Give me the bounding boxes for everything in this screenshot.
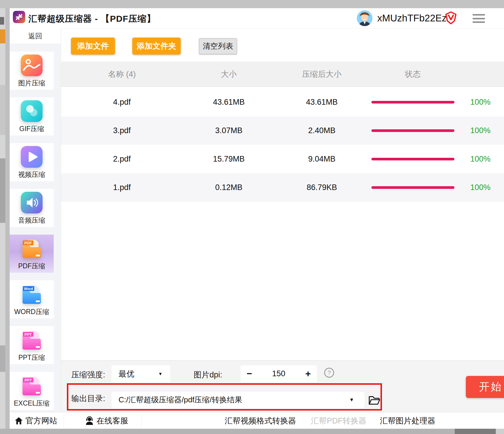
sidebar-item-label: 视频压缩: [18, 170, 45, 179]
column-header-name: 名称 (4): [61, 69, 183, 79]
progress-percent: 100%: [457, 98, 504, 107]
file-size: 43.61MB: [183, 98, 275, 107]
window-title: 汇帮超级压缩器 - 【PDF压缩】: [28, 13, 156, 25]
progress-bar: [371, 186, 454, 189]
file-size: 3.07MB: [183, 126, 275, 135]
add-folder-button[interactable]: 添加文件夹: [132, 38, 181, 55]
gif-compression-icon: [20, 99, 44, 123]
table-row[interactable]: 1.pdf 0.12MB 86.79KB 100%: [61, 173, 504, 202]
background-fragment: [0, 345, 5, 372]
word-folder-icon: Word: [20, 282, 44, 306]
compression-strength-select[interactable]: 最优 ▼: [111, 365, 170, 382]
sidebar-item-label: EXCEL压缩: [14, 399, 49, 408]
home-icon: [14, 416, 23, 425]
progress-percent: 100%: [457, 126, 504, 135]
image-compression-icon: [20, 53, 44, 77]
sidebar-item-ppt-compression[interactable]: PPT PPT压缩: [10, 326, 54, 364]
output-directory-label: 输出目录:: [71, 393, 105, 404]
sidebar-item-label: GIF压缩: [19, 124, 44, 133]
official-site-link[interactable]: 官方网站: [14, 412, 57, 429]
browse-folder-icon[interactable]: [367, 393, 381, 406]
sidebar-item-excel-compression[interactable]: PPT EXCEL压缩: [10, 372, 54, 410]
table-row[interactable]: 4.pdf 43.61MB 43.61MB 100%: [61, 88, 504, 116]
sidebar-item-word-compression[interactable]: Word WORD压缩: [10, 280, 54, 318]
vip-badge-icon[interactable]: [445, 11, 457, 24]
dpi-value: 150: [258, 369, 299, 378]
file-list: 4.pdf 43.61MB 43.61MB 100% 3.pdf 3.07MB …: [61, 88, 504, 202]
clear-list-button[interactable]: 清空列表: [199, 38, 237, 54]
chevron-down-icon: ▼: [158, 371, 163, 376]
footer: 官方网站 在线客服 汇帮视频格式转换器 汇帮PDF转换器 汇帮图片处理器: [10, 412, 504, 429]
audio-compression-icon: [20, 191, 44, 215]
progress-bar: [371, 101, 454, 104]
table-row[interactable]: 2.pdf 15.79MB 9.04MB 100%: [61, 145, 504, 173]
online-support-label: 在线客服: [97, 416, 128, 426]
start-button[interactable]: 开始: [466, 376, 504, 398]
dpi-increase-button[interactable]: +: [299, 368, 317, 379]
column-header-status: 状态: [369, 69, 457, 79]
file-name: 4.pdf: [61, 98, 183, 107]
sidebar-item-audio-compression[interactable]: 音频压缩: [10, 189, 54, 227]
sidebar: 返回 图片压缩 GIF压缩 视频压缩 音频压缩: [10, 28, 61, 412]
progress-percent: 100%: [457, 155, 504, 164]
add-file-button[interactable]: 添加文件: [71, 38, 115, 55]
excel-tag-label: PPT: [24, 378, 32, 382]
footer-divider: [64, 413, 64, 428]
footer-divider: [141, 413, 141, 428]
app-logo-icon: [13, 11, 25, 23]
official-site-label: 官方网站: [26, 416, 57, 426]
compressed-size: 86.79KB: [275, 183, 369, 192]
progress-bar: [371, 129, 454, 132]
sidebar-item-label: PPT压缩: [18, 353, 45, 362]
sidebar-item-label: 图片压缩: [18, 79, 45, 88]
customer-service-icon: [85, 416, 94, 425]
output-directory-select[interactable]: C:/汇帮超级压缩器/pdf压缩/转换结果 ▼: [111, 392, 365, 408]
pdf-folder-icon: PDF: [20, 236, 44, 260]
pdf-tag-label: PDF: [24, 241, 32, 245]
column-header-compressed-size: 压缩后大小: [275, 69, 369, 79]
help-icon[interactable]: ?: [324, 368, 334, 378]
image-processor-link[interactable]: 汇帮图片处理器: [380, 412, 435, 429]
taskbar-segment: [455, 429, 496, 434]
online-support-link[interactable]: 在线客服: [85, 412, 128, 429]
ppt-tag-label: PPT: [24, 333, 32, 337]
sidebar-item-image-compression[interactable]: 图片压缩: [10, 52, 54, 90]
chevron-down-icon: ▼: [349, 397, 354, 403]
background-window-edge: [5, 8, 10, 434]
background-fragment: [0, 158, 5, 223]
sidebar-item-pdf-compression[interactable]: PDF PDF压缩: [10, 235, 54, 273]
table-header: 名称 (4) 大小 压缩后大小 状态: [61, 62, 504, 87]
back-button[interactable]: 返回: [10, 28, 61, 44]
image-dpi-stepper: − 150 +: [241, 365, 317, 382]
video-converter-link[interactable]: 汇帮视频格式转换器: [225, 412, 296, 429]
file-size: 15.79MB: [183, 155, 275, 164]
background-window-top: [0, 0, 504, 8]
app-header: 汇帮超级压缩器 - 【PDF压缩】 xMUzhTFb22Ez: [10, 8, 504, 29]
file-name: 1.pdf: [61, 183, 183, 192]
file-name: 3.pdf: [61, 126, 183, 135]
sidebar-item-label: PDF压缩: [18, 262, 45, 271]
file-name: 2.pdf: [61, 155, 183, 164]
word-tag-label: Word: [24, 287, 33, 291]
compressed-size: 2.40MB: [275, 126, 369, 135]
compression-strength-value: 最优: [119, 369, 134, 379]
background-fragment: [0, 17, 4, 25]
sidebar-item-gif-compression[interactable]: GIF压缩: [10, 97, 54, 135]
username[interactable]: xMUzhTFb22Ez: [377, 13, 447, 24]
compressed-size: 43.61MB: [275, 98, 369, 107]
dpi-decrease-button[interactable]: −: [241, 368, 258, 379]
hamburger-menu-icon[interactable]: [473, 14, 485, 23]
sidebar-item-video-compression[interactable]: 视频压缩: [10, 143, 54, 181]
video-compression-icon: [20, 145, 44, 169]
avatar[interactable]: [357, 10, 373, 26]
background-fragment: [0, 85, 5, 135]
background-fragment: [0, 29, 5, 43]
sidebar-item-label: WORD压缩: [14, 307, 49, 316]
pdf-converter-link[interactable]: 汇帮PDF转换器: [311, 412, 366, 429]
file-size: 0.12MB: [183, 183, 275, 192]
background-window-left: [0, 8, 10, 434]
compression-strength-label: 压缩强度:: [71, 369, 105, 380]
table-row[interactable]: 3.pdf 3.07MB 2.40MB 100%: [61, 116, 504, 145]
ppt-folder-icon: PPT: [20, 328, 44, 352]
column-header-size: 大小: [183, 69, 275, 79]
